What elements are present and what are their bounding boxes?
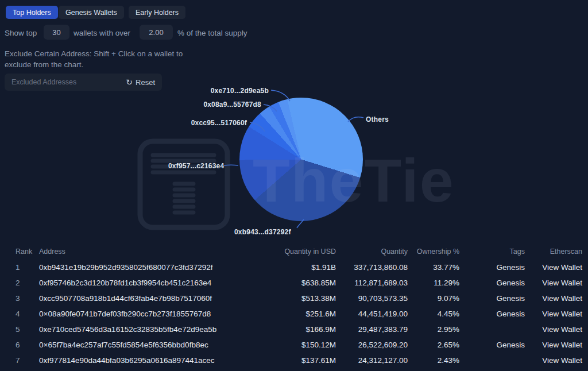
excluded-addresses-placeholder: Excluded Addresses bbox=[11, 78, 76, 86]
top-count-input[interactable]: 30 bbox=[44, 25, 69, 40]
cell-tag: Genesis bbox=[496, 310, 525, 318]
cell-ownership: 2.43% bbox=[438, 356, 459, 365]
cell-tag: Genesis bbox=[496, 263, 525, 272]
cell-usd: $150.12M bbox=[301, 341, 336, 349]
app: { "tabs": [ {"label": "Top Holders", "ac… bbox=[0, 0, 588, 371]
col-header-etherscan: Etherscan bbox=[550, 248, 582, 256]
cell-ownership: 4.45% bbox=[438, 310, 459, 318]
exclude-note-line2: exclude from the chart. bbox=[5, 59, 183, 70]
view-wallet-link[interactable]: View Wallet bbox=[542, 279, 582, 287]
table-row: 3 0xcc9507708a918b1d44cf63fab4e7b98b7517… bbox=[0, 294, 588, 304]
table-row: 2 0xf95746b2c3d120b78fd1cb3f9954cb451c21… bbox=[0, 279, 588, 288]
cell-address: 0xb9431e19b29b952d9358025f680077c3fd3729… bbox=[39, 263, 213, 272]
cell-tag: Genesis bbox=[496, 341, 525, 349]
table-row: 4 0×08a90fe0741b7def03fb290cc7b273f18557… bbox=[0, 310, 588, 319]
cell-address: 0xf95746b2c3d120b78fd1cb3f9954cb451c2163… bbox=[39, 279, 211, 287]
table-row: 5 0xe710ced57456d3a16152c32835b5fb4e72d9… bbox=[0, 325, 588, 335]
pie-label-0xb943: 0xb943...d37292f bbox=[234, 228, 291, 236]
col-header-ownership: Ownership % bbox=[417, 248, 459, 256]
col-header-quantity: Quantity bbox=[381, 248, 408, 256]
table-row: 7 0xf977814e90da44bfa03b6295a0616a897441… bbox=[0, 356, 588, 366]
view-wallet-link[interactable]: View Wallet bbox=[542, 310, 582, 318]
cell-address: 0xcc9507708a918b1d44cf63fab4e7b98b751706… bbox=[39, 294, 212, 303]
cell-tag: Genesis bbox=[496, 294, 525, 303]
cell-usd: $251.6M bbox=[305, 310, 336, 318]
cell-usd: $166.9M bbox=[305, 325, 336, 334]
cell-quantity: 44,451,419.00 bbox=[358, 310, 408, 318]
pie-label-0xe710: 0xe710...2d9ea5b bbox=[195, 87, 269, 95]
col-header-tags: Tags bbox=[510, 248, 525, 256]
cell-usd: $1.91B bbox=[311, 263, 336, 272]
cell-rank: 1 bbox=[16, 263, 20, 272]
threshold-input[interactable]: 2.00 bbox=[140, 25, 173, 40]
cell-ownership: 2.65% bbox=[438, 341, 459, 349]
table-row: 6 0×65f7ba4ec257af7c55fd5854e5f6356bbd0f… bbox=[0, 341, 588, 350]
col-header-rank: Rank bbox=[16, 248, 32, 256]
cell-rank: 4 bbox=[16, 310, 20, 318]
cell-quantity: 90,703,573.35 bbox=[358, 294, 408, 303]
cell-ownership: 2.95% bbox=[438, 325, 459, 334]
cell-quantity: 29,487,383.79 bbox=[358, 325, 408, 334]
exclude-note: Exclude Certain Address: Shift + Click o… bbox=[5, 48, 183, 70]
cell-usd: $513.38M bbox=[301, 294, 336, 303]
cell-usd: $137.61M bbox=[301, 356, 336, 365]
reset-button[interactable]: ↻ Reset bbox=[126, 78, 155, 87]
cell-quantity: 112,871,689.03 bbox=[354, 279, 408, 287]
cell-tag: Genesis bbox=[496, 279, 525, 287]
cell-quantity: 337,713,860.08 bbox=[354, 263, 408, 272]
cell-rank: 7 bbox=[16, 356, 20, 365]
cell-rank: 6 bbox=[16, 341, 20, 349]
pie-label-0xf957: 0xf957...c2163e4 bbox=[168, 162, 224, 170]
pie-label-0x08a9: 0x08a9...55767d8 bbox=[189, 101, 261, 109]
view-wallet-link[interactable]: View Wallet bbox=[542, 263, 582, 272]
view-wallet-link[interactable]: View Wallet bbox=[542, 294, 582, 303]
cell-rank: 2 bbox=[16, 279, 20, 287]
tab-early-holders[interactable]: Early Holders bbox=[129, 6, 185, 19]
cell-ownership: 11.29% bbox=[434, 279, 459, 287]
view-wallet-link[interactable]: View Wallet bbox=[542, 356, 582, 365]
exclude-note-line1: Exclude Certain Address: Shift + Click o… bbox=[5, 48, 183, 59]
tab-genesis-wallets[interactable]: Genesis Wallets bbox=[59, 6, 124, 19]
cell-address: 0xf977814e90da44bfa03b6295a0616a897441ac… bbox=[39, 356, 215, 365]
cell-ownership: 33.77% bbox=[433, 263, 459, 272]
view-wallet-link[interactable]: View Wallet bbox=[542, 341, 582, 349]
tab-top-holders[interactable]: Top Holders bbox=[6, 6, 58, 19]
excluded-addresses-input[interactable]: Excluded Addresses ↻ Reset bbox=[5, 74, 162, 91]
cell-quantity: 24,312,127.00 bbox=[358, 356, 408, 365]
cell-rank: 3 bbox=[16, 294, 20, 303]
col-header-usd: Quantity in USD bbox=[284, 248, 336, 256]
pie-label-others: Others bbox=[366, 115, 389, 123]
cell-rank: 5 bbox=[16, 325, 20, 334]
pie-chart[interactable] bbox=[239, 98, 363, 221]
cell-address: 0xe710ced57456d3a16152c32835b5fb4e72d9ea… bbox=[39, 325, 216, 334]
cell-address: 0×08a90fe0741b7def03fb290cc7b273f1855767… bbox=[39, 310, 211, 318]
cell-address: 0×65f7ba4ec257af7c55fd5854e5f6356bbd0fb8… bbox=[39, 341, 208, 349]
show-top-label: Show top bbox=[5, 29, 37, 37]
reset-label: Reset bbox=[136, 78, 155, 87]
table-row: 1 0xb9431e19b29b952d9358025f680077c3fd37… bbox=[0, 263, 588, 273]
leader-line bbox=[348, 117, 363, 122]
reset-icon: ↻ bbox=[126, 78, 133, 86]
pie-label-0xcc95: 0xcc95...517060f bbox=[175, 119, 247, 127]
cell-quantity: 26,522,609.20 bbox=[358, 341, 408, 349]
wallets-with-over-label: wallets with over bbox=[74, 29, 130, 37]
view-wallet-link[interactable]: View Wallet bbox=[542, 325, 582, 334]
col-header-address: Address bbox=[39, 248, 65, 256]
cell-usd: $638.85M bbox=[301, 279, 336, 287]
total-supply-label: % of the total supply bbox=[177, 29, 247, 37]
thetie-logo-watermark bbox=[137, 138, 231, 231]
cell-ownership: 9.07% bbox=[438, 294, 459, 303]
